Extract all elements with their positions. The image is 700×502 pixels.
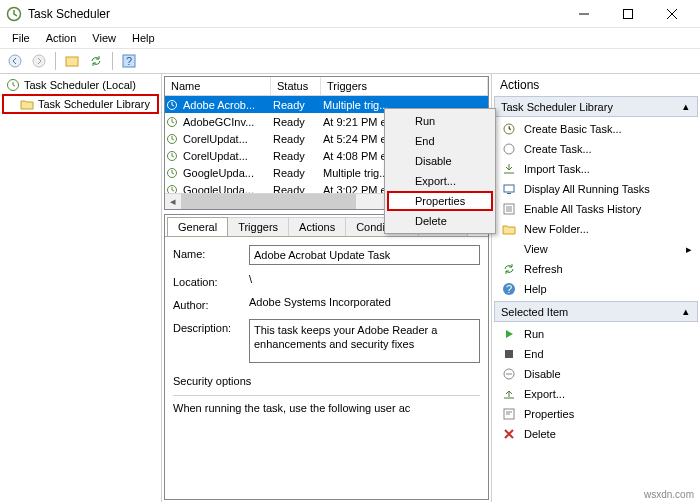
action-create-basic[interactable]: Create Basic Task...	[492, 119, 700, 139]
chevron-right-icon: ▸	[686, 243, 692, 256]
location-label: Location:	[173, 273, 241, 288]
clock-icon	[6, 78, 20, 92]
action-disable[interactable]: Disable	[492, 364, 700, 384]
description-input[interactable]: This task keeps your Adobe Reader a enha…	[249, 319, 480, 363]
task-status: Ready	[269, 184, 319, 194]
author-value: Adobe Systems Incorporated	[249, 296, 480, 308]
tab-general[interactable]: General	[167, 217, 228, 236]
toolbar-separator	[112, 52, 113, 70]
view-icon	[502, 242, 516, 256]
action-label: Import Task...	[524, 163, 590, 175]
security-options-label: Security options	[173, 375, 480, 387]
clock-icon	[165, 133, 179, 145]
task-details: General Triggers Actions Conditions Sett…	[164, 214, 489, 500]
tab-triggers[interactable]: Triggers	[227, 217, 289, 236]
end-icon	[502, 347, 516, 361]
menu-view[interactable]: View	[84, 30, 124, 46]
menu-action[interactable]: Action	[38, 30, 85, 46]
ctx-properties[interactable]: Properties	[387, 191, 493, 211]
task-status: Ready	[269, 150, 319, 162]
create-basic-icon	[502, 122, 516, 136]
app-icon	[6, 6, 22, 22]
action-import[interactable]: Import Task...	[492, 159, 700, 179]
clock-icon	[165, 150, 179, 162]
maximize-button[interactable]	[606, 0, 650, 28]
action-end[interactable]: End	[492, 344, 700, 364]
props-icon	[502, 407, 516, 421]
actions-section-library[interactable]: Task Scheduler Library ▴	[494, 96, 698, 117]
svg-rect-1	[624, 9, 633, 18]
forward-button[interactable]	[28, 50, 50, 72]
task-status: Ready	[269, 167, 319, 179]
ctx-end[interactable]: End	[387, 131, 493, 151]
toolbar-refresh-icon[interactable]	[85, 50, 107, 72]
close-button[interactable]	[650, 0, 694, 28]
tree-root-label: Task Scheduler (Local)	[24, 79, 136, 91]
help-icon: ?	[502, 282, 516, 296]
folder-icon	[20, 97, 34, 111]
clock-icon	[165, 99, 179, 111]
minimize-button[interactable]	[562, 0, 606, 28]
col-status[interactable]: Status	[271, 77, 321, 95]
actions-section-library-label: Task Scheduler Library	[501, 101, 613, 113]
action-label: Export...	[524, 388, 565, 400]
actions-list-selected: RunEndDisableExport...PropertiesDelete	[492, 322, 700, 446]
menu-file[interactable]: File	[4, 30, 38, 46]
clock-icon	[165, 184, 179, 194]
export-icon	[502, 387, 516, 401]
action-display[interactable]: Display All Running Tasks	[492, 179, 700, 199]
action-refresh[interactable]: Refresh	[492, 259, 700, 279]
action-enable-hist[interactable]: Enable All Tasks History	[492, 199, 700, 219]
clock-icon	[165, 167, 179, 179]
task-name: CorelUpdat...	[179, 150, 269, 162]
actions-section-selected-label: Selected Item	[501, 306, 568, 318]
toolbar-action-icon[interactable]	[61, 50, 83, 72]
name-label: Name:	[173, 245, 241, 260]
action-folder[interactable]: New Folder...	[492, 219, 700, 239]
title-bar: Task Scheduler	[0, 0, 700, 28]
tree-root[interactable]: Task Scheduler (Local)	[2, 76, 159, 94]
svg-text:?: ?	[126, 55, 132, 67]
disable-icon	[502, 367, 516, 381]
action-help[interactable]: ?Help	[492, 279, 700, 299]
action-export[interactable]: Export...	[492, 384, 700, 404]
security-text: When running the task, use the following…	[173, 402, 480, 414]
svg-point-3	[33, 55, 45, 67]
action-run[interactable]: Run	[492, 324, 700, 344]
tree-library[interactable]: Task Scheduler Library	[2, 94, 159, 114]
svg-rect-17	[507, 193, 511, 194]
action-props[interactable]: Properties	[492, 404, 700, 424]
svg-rect-4	[66, 57, 78, 66]
scroll-left-icon[interactable]: ◂	[165, 194, 181, 209]
watermark: wsxdn.com	[644, 489, 694, 500]
action-delete[interactable]: Delete	[492, 424, 700, 444]
task-name: CorelUpdat...	[179, 133, 269, 145]
menu-help[interactable]: Help	[124, 30, 163, 46]
tree-library-label: Task Scheduler Library	[38, 98, 150, 110]
back-button[interactable]	[4, 50, 26, 72]
actions-pane: Actions Task Scheduler Library ▴ Create …	[492, 74, 700, 502]
actions-section-selected[interactable]: Selected Item ▴	[494, 301, 698, 322]
context-menu: Run End Disable Export... Properties Del…	[384, 108, 496, 234]
action-create[interactable]: Create Task...	[492, 139, 700, 159]
action-label: Run	[524, 328, 544, 340]
name-input[interactable]: Adobe Acrobat Update Task	[249, 245, 480, 265]
author-label: Author:	[173, 296, 241, 311]
ctx-disable[interactable]: Disable	[387, 151, 493, 171]
collapse-icon: ▴	[683, 305, 689, 318]
scrollbar-thumb[interactable]	[181, 194, 356, 209]
action-label: Properties	[524, 408, 574, 420]
tab-actions[interactable]: Actions	[288, 217, 346, 236]
svg-point-2	[9, 55, 21, 67]
col-triggers[interactable]: Triggers	[321, 77, 488, 95]
ctx-export[interactable]: Export...	[387, 171, 493, 191]
toolbar-help-icon[interactable]: ?	[118, 50, 140, 72]
ctx-delete[interactable]: Delete	[387, 211, 493, 231]
tab-page-general: Name: Adobe Acrobat Update Task Location…	[165, 236, 488, 499]
folder-icon	[502, 222, 516, 236]
col-name[interactable]: Name	[165, 77, 271, 95]
action-label: New Folder...	[524, 223, 589, 235]
task-name: GoogleUpda...	[179, 167, 269, 179]
ctx-run[interactable]: Run	[387, 111, 493, 131]
action-view[interactable]: View▸	[492, 239, 700, 259]
